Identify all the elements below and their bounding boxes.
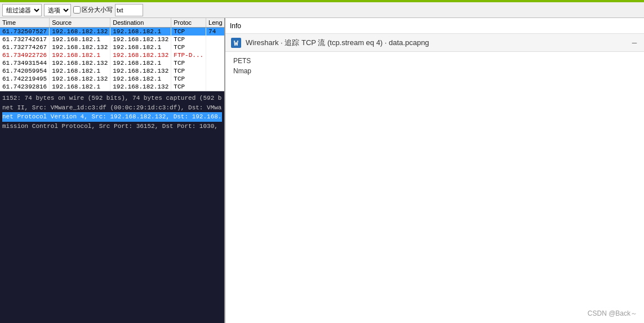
info-column-label: Info <box>230 22 241 30</box>
detail-line: 1152: 74 bytes on wire (592 bits), 74 by… <box>2 94 222 103</box>
case-sensitive-label: 区分大小写 <box>73 6 113 14</box>
table-cell: TCP <box>171 36 206 43</box>
table-cell: 61.732507527 <box>0 28 50 36</box>
table-cell: 192.168.182.1 <box>110 43 171 51</box>
table-cell: 192.168.182.1 <box>50 67 110 75</box>
packet-table: Time Source Destination Protoc Leng Info… <box>0 18 224 91</box>
detail-line: net Protocol Version 4, Src: 192.168.182… <box>2 112 222 122</box>
table-cell: 192.168.182.132 <box>50 28 110 36</box>
table-cell <box>206 51 224 59</box>
table-row[interactable]: 61.732774267192.168.182.132192.168.182.1… <box>0 43 224 51</box>
options-dropdown[interactable]: 选项 <box>44 4 71 16</box>
watermark: CSDN @Back～ <box>588 309 637 318</box>
table-cell: 192.168.182.1 <box>50 36 110 43</box>
table-cell <box>206 43 224 51</box>
col-header-time[interactable]: Time <box>0 18 50 28</box>
table-cell: TCP <box>171 28 206 36</box>
wireshark-item[interactable]: PETS <box>232 56 637 65</box>
table-cell: 192.168.182.132 <box>110 67 171 75</box>
table-cell <box>206 36 224 43</box>
wireshark-close-button[interactable]: — <box>629 38 639 48</box>
wireshark-title-text: Wireshark · 追踪 TCP 流 (tcp.stream eq 4) ·… <box>246 38 629 48</box>
left-pane: Time Source Destination Protoc Leng Info… <box>0 18 225 323</box>
table-cell: 192.168.182.132 <box>110 83 171 91</box>
table-cell: TCP <box>171 59 206 67</box>
table-cell: 61.732742617 <box>0 36 50 43</box>
case-sensitive-checkbox[interactable] <box>73 6 81 14</box>
table-cell <box>206 59 224 67</box>
table-cell: 61.742219495 <box>0 75 50 83</box>
table-cell: 61.742059954 <box>0 67 50 75</box>
table-cell: 192.168.182.132 <box>50 59 110 67</box>
filter-text-input[interactable] <box>115 4 143 16</box>
table-cell: 192.168.182.132 <box>50 43 110 51</box>
packet-table-container: Time Source Destination Protoc Leng Info… <box>0 18 224 91</box>
wireshark-title-bar: W Wireshark · 追踪 TCP 流 (tcp.stream eq 4)… <box>225 34 644 52</box>
main-layout: Time Source Destination Protoc Leng Info… <box>0 18 644 323</box>
table-cell: 192.168.182.1 <box>110 28 171 36</box>
detail-pane: 1152: 74 bytes on wire (592 bits), 74 by… <box>0 91 224 323</box>
table-row[interactable]: 61.742219495192.168.182.132192.168.182.1… <box>0 75 224 83</box>
svg-text:W: W <box>234 39 238 48</box>
table-row[interactable]: 61.742392816192.168.182.1192.168.182.132… <box>0 83 224 91</box>
col-header-source[interactable]: Source <box>50 18 110 28</box>
table-cell: TCP <box>171 67 206 75</box>
wireshark-item[interactable]: Nmap <box>232 67 637 76</box>
table-cell: 192.168.182.1 <box>110 75 171 83</box>
table-cell: 192.168.182.1 <box>50 51 110 59</box>
table-row[interactable]: 61.734931544192.168.182.132192.168.182.1… <box>0 59 224 67</box>
col-header-protocol[interactable]: Protoc <box>171 18 206 28</box>
table-row[interactable]: 61.734922726192.168.182.1192.168.182.132… <box>0 51 224 59</box>
filter-group-dropdown[interactable]: 组过滤器 <box>2 4 42 16</box>
table-cell: TCP <box>171 83 206 91</box>
table-row[interactable]: 61.742059954192.168.182.1192.168.182.132… <box>0 67 224 75</box>
detail-line: net II, Src: VMware_1d:c3:df (00:0c:29:1… <box>2 103 222 113</box>
table-cell: 74 <box>206 28 224 36</box>
table-cell: 61.734922726 <box>0 51 50 59</box>
table-cell: 192.168.182.132 <box>110 36 171 43</box>
wireshark-content: PETSNmap <box>225 52 644 323</box>
table-cell: 61.742392816 <box>0 83 50 91</box>
wireshark-logo: W <box>230 37 242 49</box>
table-cell: 192.168.182.132 <box>110 51 171 59</box>
table-cell <box>206 67 224 75</box>
table-cell <box>206 83 224 91</box>
table-cell: 192.168.182.132 <box>50 75 110 83</box>
table-cell: 192.168.182.1 <box>50 83 110 91</box>
table-cell: 61.734931544 <box>0 59 50 67</box>
table-cell: 192.168.182.1 <box>110 59 171 67</box>
table-cell: 61.732774267 <box>0 43 50 51</box>
table-cell: FTP-D... <box>171 51 206 59</box>
table-cell: TCP <box>171 43 206 51</box>
table-row[interactable]: 61.732742617192.168.182.1192.168.182.132… <box>0 36 224 43</box>
table-cell: TCP <box>171 75 206 83</box>
toolbar: 组过滤器 选项 区分大小写 <box>0 2 644 18</box>
col-header-destination[interactable]: Destination <box>110 18 171 28</box>
detail-line: mission Control Protocol, Src Port: 3615… <box>2 122 222 131</box>
case-sensitive-text: 区分大小写 <box>82 6 113 14</box>
table-row[interactable]: 61.732507527192.168.182.132192.168.182.1… <box>0 28 224 36</box>
info-header-row: Info <box>225 18 644 34</box>
table-cell <box>206 75 224 83</box>
col-header-length[interactable]: Leng <box>206 18 224 28</box>
right-pane: Info W Wireshark · 追踪 TCP 流 (tcp.stream … <box>225 18 644 323</box>
